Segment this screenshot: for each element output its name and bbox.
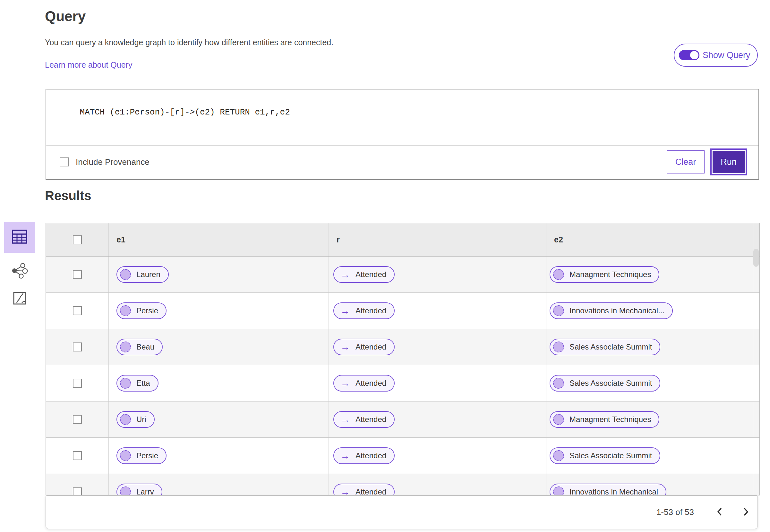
table-body: Lauren → Attended Managment Techniques P… <box>46 257 759 495</box>
toggle-knob <box>690 51 698 59</box>
table-row: Persie → Attended Innovations in Mechani… <box>46 293 759 329</box>
entity-chip-e2[interactable]: Innovations in Mechanical <box>550 484 666 495</box>
entity-node-icon <box>120 486 131 495</box>
relation-arrow-icon: → <box>340 415 350 424</box>
entity-node-icon <box>120 378 131 389</box>
table-row: Etta → Attended Sales Associate Summit <box>46 365 759 401</box>
entity-chip-e1[interactable]: Beau <box>116 339 163 355</box>
table-header-row: e1 r e2 <box>46 223 759 257</box>
row-checkbox[interactable] <box>73 487 82 495</box>
entity-node-icon <box>120 305 131 316</box>
relation-chip[interactable]: → Attended <box>333 375 395 392</box>
entity-node-icon <box>553 414 564 425</box>
entity-chip-e2[interactable]: Sales Associate Summit <box>550 339 660 355</box>
include-provenance-label: Include Provenance <box>76 157 149 167</box>
entity-chip-e1[interactable]: Persie <box>116 302 166 319</box>
previous-page-button[interactable] <box>713 503 727 521</box>
row-checkbox[interactable] <box>73 342 82 351</box>
column-header-e1: e1 <box>116 235 125 244</box>
entity-node-icon <box>553 305 564 316</box>
query-code-input[interactable]: MATCH (e1:Person)-[r]->(e2) RETURN e1,r,… <box>46 89 758 146</box>
entity-node-icon <box>553 378 564 389</box>
entity-chip-e1[interactable]: Lauren <box>116 266 169 283</box>
pagination-range-label: 1-53 of 53 <box>656 507 694 517</box>
relation-chip[interactable]: → Attended <box>333 447 395 464</box>
table-row: Larry → Attended Innovations in Mechanic… <box>46 474 759 495</box>
chevron-right-icon <box>743 507 749 517</box>
next-page-button[interactable] <box>739 503 753 521</box>
entity-node-icon <box>553 269 564 280</box>
entity-chip-e1[interactable]: Larry <box>116 484 162 495</box>
chevron-left-icon <box>717 507 723 517</box>
page-title: Query <box>45 8 86 24</box>
entity-node-icon <box>120 450 131 461</box>
table-view-icon <box>12 229 28 245</box>
select-all-checkbox[interactable] <box>73 235 82 244</box>
view-switcher-table[interactable] <box>4 222 35 253</box>
entity-node-icon <box>553 486 564 495</box>
relation-arrow-icon: → <box>340 451 350 460</box>
row-checkbox[interactable] <box>73 379 82 388</box>
entity-chip-e2[interactable]: Sales Associate Summit <box>550 375 660 392</box>
entity-chip-e1[interactable]: Uri <box>116 411 155 428</box>
relation-chip[interactable]: → Attended <box>333 484 395 495</box>
entity-node-icon <box>120 269 131 280</box>
results-heading: Results <box>45 189 91 203</box>
entity-node-icon <box>120 414 131 425</box>
resize-grip-icon[interactable] <box>749 136 757 143</box>
entity-node-icon <box>120 342 131 352</box>
relation-arrow-icon: → <box>340 342 350 352</box>
query-card-footer: Include Provenance Clear Run <box>46 146 758 178</box>
results-table: e1 r e2 Lauren → Attended Managment Tech… <box>46 223 760 495</box>
table-row: Lauren → Attended Managment Techniques <box>46 257 759 293</box>
show-query-toggle[interactable]: Show Query <box>674 44 758 67</box>
page-description: You can query a knowledge graph to ident… <box>45 38 333 47</box>
entity-chip-e2[interactable]: Managment Techniques <box>550 411 659 428</box>
relation-chip[interactable]: → Attended <box>333 302 395 319</box>
relation-arrow-icon: → <box>340 270 350 279</box>
entity-chip-e1[interactable]: Persie <box>116 447 166 464</box>
entity-node-icon <box>553 450 564 461</box>
query-editor-card: MATCH (e1:Person)-[r]->(e2) RETURN e1,r,… <box>46 89 759 180</box>
query-code-text: MATCH (e1:Person)-[r]->(e2) RETURN e1,r,… <box>80 107 290 117</box>
show-query-label: Show Query <box>703 50 750 60</box>
relation-chip[interactable]: → Attended <box>333 411 395 428</box>
entity-chip-e2[interactable]: Innovations in Mechanical... <box>550 302 673 319</box>
row-checkbox[interactable] <box>73 451 82 460</box>
pagination-bar: 1-53 of 53 <box>46 495 758 529</box>
graph-view-icon <box>11 263 28 280</box>
table-row: Uri → Attended Managment Techniques <box>46 401 759 438</box>
clear-button[interactable]: Clear <box>667 150 705 173</box>
relation-chip[interactable]: → Attended <box>333 266 395 283</box>
row-checkbox[interactable] <box>73 306 82 315</box>
entity-chip-e2[interactable]: Managment Techniques <box>550 266 659 283</box>
view-switcher-graph[interactable] <box>4 256 35 287</box>
toggle-on-icon <box>679 50 699 60</box>
vertical-scrollbar-thumb[interactable] <box>753 249 759 267</box>
column-header-e2: e2 <box>554 235 563 244</box>
relation-arrow-icon: → <box>340 487 350 495</box>
include-provenance-checkbox[interactable] <box>60 157 69 166</box>
column-header-r: r <box>336 235 340 244</box>
run-button[interactable]: Run <box>712 150 746 174</box>
chart-view-icon <box>13 291 26 306</box>
entity-chip-e1[interactable]: Etta <box>116 375 158 392</box>
learn-more-link[interactable]: Learn more about Query <box>45 60 132 70</box>
entity-chip-e2[interactable]: Sales Associate Summit <box>550 447 660 464</box>
relation-arrow-icon: → <box>340 306 350 316</box>
row-checkbox[interactable] <box>73 270 82 279</box>
table-row: Persie → Attended Sales Associate Summit <box>46 438 759 474</box>
entity-node-icon <box>553 342 564 352</box>
relation-arrow-icon: → <box>340 378 350 388</box>
row-checkbox[interactable] <box>73 415 82 424</box>
relation-chip[interactable]: → Attended <box>333 339 395 355</box>
table-row: Beau → Attended Sales Associate Summit <box>46 329 759 365</box>
view-switcher-chart[interactable] <box>4 283 35 314</box>
